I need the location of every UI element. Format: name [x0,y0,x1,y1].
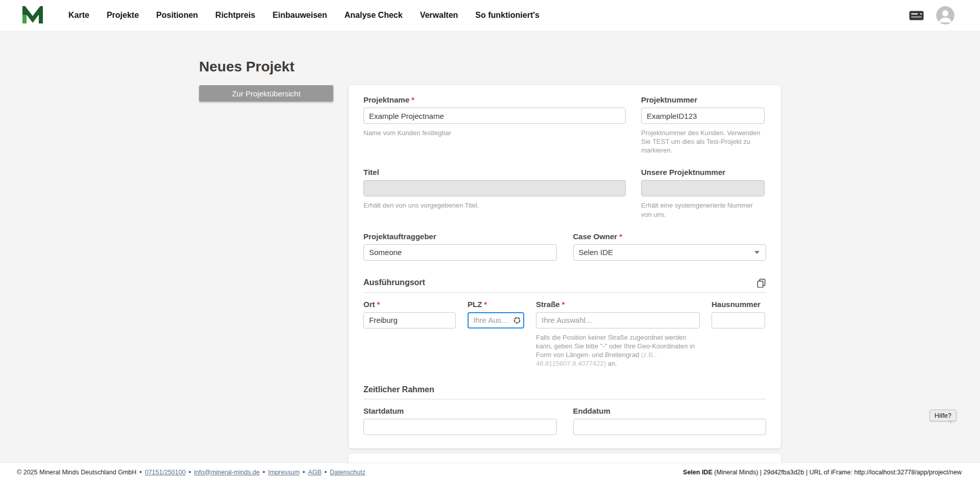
projektname-label: Projektname* [363,95,626,104]
nav-item-richtpreis[interactable]: Richtpreis [215,11,255,20]
unsere-projektnummer-input [641,180,765,196]
ausfuehrungsort-title: Ausführungsort [363,278,425,287]
case-owner-select[interactable]: Selen IDE [573,244,767,261]
nav-item-karte[interactable]: Karte [68,11,89,20]
field-projektnummer: Projektnummer Projektnummer des Kunden. … [641,95,765,155]
server-icon[interactable] [909,11,924,20]
ort-input[interactable] [363,312,456,328]
strasse-label: Straße* [536,300,700,309]
field-projektauftraggeber: Projektauftraggeber [363,232,557,261]
projektauftraggeber-label: Projektauftraggeber [363,232,557,241]
nav-item-so-funktionierts[interactable]: So funktioniert's [475,11,540,20]
nav-item-projekte[interactable]: Projekte [107,11,139,20]
field-ort: Ort* [363,300,456,368]
footer: © 2025 Mineral Minds Deutschland GmbH • … [0,463,980,481]
nav-item-einbauweisen[interactable]: Einbauweisen [273,11,327,20]
zeitlicher-rahmen-title: Zeitlicher Rahmen [363,385,434,394]
nav-item-analyse-check[interactable]: Analyse Check [345,11,403,20]
section-divider [363,399,766,399]
separator: • [139,469,141,476]
projektnummer-input[interactable] [641,108,765,124]
titel-input [363,180,626,196]
separator: • [263,469,265,476]
session-info: Selen IDE (Mineral Minds) | 29d42fba3d2b… [683,469,962,476]
field-plz: PLZ* [468,300,524,368]
nav-item-verwalten[interactable]: Verwalten [420,11,458,20]
email-link[interactable]: info@mineral-minds.de [194,469,260,476]
field-unsere-projektnummer: Unsere Projektnummer Erhält eine systemg… [641,168,765,218]
help-button[interactable]: Hilfe? [929,410,957,421]
unsere-projektnummer-hint: Erhält eine systemgenerierte Nummer von … [641,201,765,218]
user-avatar-icon[interactable] [936,6,954,24]
ort-label: Ort* [363,300,456,309]
plz-label: PLZ* [468,300,524,309]
footer-info: © 2025 Mineral Minds Deutschland GmbH • … [17,469,365,476]
separator: • [325,469,327,476]
field-projektname: Projektname* Name vom Kunden festlegbar [363,95,626,155]
enddatum-input[interactable] [573,419,767,435]
required-asterisk: * [619,232,622,241]
startdatum-input[interactable] [363,419,557,435]
session-user: Selen IDE [683,469,713,476]
field-enddatum: Enddatum [573,407,767,435]
page-title: Neues Projekt [199,59,781,75]
section-divider [363,292,766,293]
mineral-minds-logo[interactable] [22,6,43,24]
copy-icon[interactable] [756,278,766,288]
required-asterisk: * [377,300,380,309]
required-asterisk: * [411,95,414,104]
required-asterisk: * [484,300,487,309]
datenschutz-link[interactable]: Datenschutz [330,469,365,476]
back-to-overview-button[interactable]: Zur Projektübersicht [199,85,333,102]
session-details: (Mineral Minds) | 29d42fba3d2b | URL of … [713,469,962,476]
field-case-owner: Case Owner* Selen IDE [573,232,767,261]
hausnummer-label: Hausnummer [712,300,765,309]
case-owner-label: Case Owner* [573,232,767,241]
loading-spinner-icon [513,317,521,324]
startdatum-label: Startdatum [363,407,557,415]
section-zeitlicher-rahmen: Zeitlicher Rahmen [363,385,766,394]
nav-item-positionen[interactable]: Positionen [156,11,198,20]
projektnummer-label: Projektnummer [641,95,765,104]
strasse-hint: Falls die Position keiner Straße zugeord… [536,333,700,368]
main-content: Neues Projekt Zur Projektübersicht Proje… [0,31,980,463]
strasse-input[interactable] [536,312,700,328]
chevron-down-icon [754,251,760,254]
copyright-text: © 2025 Mineral Minds Deutschland GmbH [17,469,136,476]
field-strasse: Straße* Falls die Position keiner Straße… [536,300,700,368]
projektnummer-hint: Projektnummer des Kunden. Verwenden Sie … [641,129,765,155]
phone-link[interactable]: 07151/250100 [145,469,186,476]
projektname-hint: Name vom Kunden festlegbar [363,129,626,137]
titel-hint: Erhält den von uns vorgegebenen Titel. [363,201,626,210]
projektauftraggeber-input[interactable] [363,244,557,261]
hausnummer-input[interactable] [712,312,765,328]
top-navbar: Karte Projekte Positionen Richtpreis Ein… [0,0,980,31]
separator: • [189,469,191,476]
impressum-link[interactable]: Impressum [268,469,300,476]
titel-label: Titel [363,168,626,176]
enddatum-label: Enddatum [573,407,767,415]
required-asterisk: * [562,300,565,309]
field-titel: Titel Erhält den von uns vorgegebenen Ti… [363,168,626,218]
agb-link[interactable]: AGB [308,469,321,476]
field-startdatum: Startdatum [363,407,557,435]
case-owner-value: Selen IDE [579,248,614,257]
field-hausnummer: Hausnummer [712,300,765,368]
section-ausfuehrungsort: Ausführungsort [363,278,766,288]
main-navigation: Karte Projekte Positionen Richtpreis Ein… [68,11,540,20]
projektname-input[interactable] [363,108,626,124]
logo-icon [22,6,43,24]
unsere-projektnummer-label: Unsere Projektnummer [641,168,765,176]
project-form-card: Projektname* Name vom Kunden festlegbar … [349,85,781,448]
separator: • [303,469,305,476]
